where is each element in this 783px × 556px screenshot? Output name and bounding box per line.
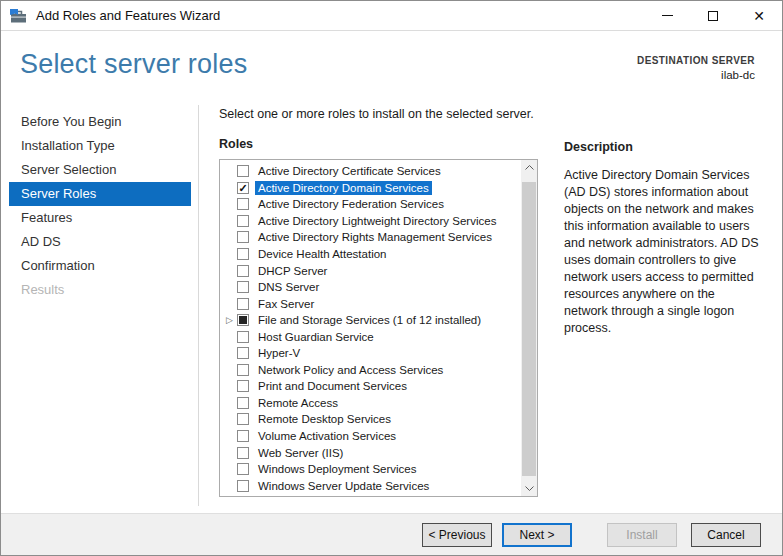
role-checkbox[interactable] bbox=[237, 215, 249, 227]
role-row[interactable]: Hyper-V bbox=[222, 345, 520, 362]
role-row[interactable]: DNS Server bbox=[222, 279, 520, 296]
role-checkbox[interactable] bbox=[237, 463, 249, 475]
destination-server-block: DESTINATION SERVER ilab-dc bbox=[637, 55, 755, 81]
role-checkbox[interactable] bbox=[237, 198, 249, 210]
role-label: DNS Server bbox=[255, 280, 322, 294]
install-button: Install bbox=[607, 523, 677, 547]
role-row[interactable]: Print and Document Services bbox=[222, 378, 520, 395]
role-row[interactable]: ✓ Active Directory Domain Services bbox=[222, 180, 520, 197]
role-label: Windows Deployment Services bbox=[255, 462, 420, 476]
role-label: Network Policy and Access Services bbox=[255, 363, 446, 377]
role-row[interactable]: DHCP Server bbox=[222, 262, 520, 279]
previous-button[interactable]: < Previous bbox=[422, 523, 492, 547]
role-checkbox[interactable] bbox=[237, 331, 249, 343]
role-row[interactable]: Active Directory Federation Services bbox=[222, 196, 520, 213]
role-label: Hyper-V bbox=[255, 346, 303, 360]
maximize-icon bbox=[708, 11, 718, 21]
role-label: Active Directory Lightweight Directory S… bbox=[255, 214, 499, 228]
role-row[interactable]: Remote Access bbox=[222, 395, 520, 412]
expand-icon[interactable]: ▷ bbox=[222, 315, 237, 325]
role-row[interactable]: Active Directory Rights Management Servi… bbox=[222, 229, 520, 246]
sidebar-item-ad-ds[interactable]: AD DS bbox=[1, 230, 198, 254]
description-panel: Description Active Directory Domain Serv… bbox=[564, 140, 761, 337]
maximize-button[interactable] bbox=[690, 1, 736, 30]
role-label: Remote Access bbox=[255, 396, 341, 410]
role-label: Volume Activation Services bbox=[255, 429, 399, 443]
role-checkbox[interactable] bbox=[237, 380, 249, 392]
role-checkbox[interactable] bbox=[237, 447, 249, 459]
roles-listbox: Active Directory Certificate Services ✓ … bbox=[219, 159, 538, 497]
role-label: Active Directory Rights Management Servi… bbox=[255, 230, 495, 244]
scroll-up-icon[interactable] bbox=[521, 160, 537, 175]
role-row[interactable]: Volume Activation Services bbox=[222, 428, 520, 445]
role-checkbox[interactable] bbox=[237, 430, 249, 442]
sidebar-item-installation-type[interactable]: Installation Type bbox=[1, 134, 198, 158]
role-row[interactable]: Network Policy and Access Services bbox=[222, 362, 520, 379]
description-title: Description bbox=[564, 140, 761, 154]
role-label: DHCP Server bbox=[255, 264, 330, 278]
role-label: Web Server (IIS) bbox=[255, 446, 346, 460]
sidebar-item-confirmation[interactable]: Confirmation bbox=[1, 254, 198, 278]
role-label: Device Health Attestation bbox=[255, 247, 390, 261]
role-checkbox[interactable] bbox=[237, 298, 249, 310]
role-row[interactable]: Windows Server Update Services bbox=[222, 477, 520, 494]
role-checkbox[interactable] bbox=[237, 480, 249, 492]
page-title: Select server roles bbox=[20, 49, 247, 80]
sidebar-item-features[interactable]: Features bbox=[1, 206, 198, 230]
close-button[interactable]: ✕ bbox=[736, 1, 782, 30]
role-label: Windows Server Update Services bbox=[255, 479, 432, 493]
role-checkbox[interactable] bbox=[237, 281, 249, 293]
close-icon: ✕ bbox=[753, 9, 765, 23]
role-checkbox[interactable]: ✓ bbox=[237, 182, 249, 194]
footer-button-bar: < PreviousNext >InstallCancel bbox=[1, 513, 782, 555]
role-checkbox[interactable] bbox=[237, 413, 249, 425]
role-checkbox[interactable] bbox=[237, 231, 249, 243]
main-content: Select one or more roles to install on t… bbox=[219, 107, 539, 497]
role-row[interactable]: Host Guardian Service bbox=[222, 328, 520, 345]
destination-server-value: ilab-dc bbox=[637, 69, 755, 81]
cancel-button[interactable]: Cancel bbox=[691, 523, 761, 547]
instruction-text: Select one or more roles to install on t… bbox=[219, 107, 539, 122]
scrollbar-thumb[interactable] bbox=[522, 182, 536, 476]
role-row[interactable]: Active Directory Lightweight Directory S… bbox=[222, 213, 520, 230]
sidebar-item-server-roles[interactable]: Server Roles bbox=[9, 182, 191, 206]
window-title: Add Roles and Features Wizard bbox=[36, 8, 220, 23]
role-row[interactable]: Web Server (IIS) bbox=[222, 444, 520, 461]
role-label: Active Directory Federation Services bbox=[255, 197, 447, 211]
role-label: Fax Server bbox=[255, 297, 317, 311]
sidebar-item-server-selection[interactable]: Server Selection bbox=[1, 158, 198, 182]
window-controls: ✕ bbox=[644, 1, 782, 30]
role-checkbox[interactable] bbox=[237, 397, 249, 409]
role-checkbox[interactable] bbox=[237, 314, 249, 326]
roles-list-label: Roles bbox=[219, 137, 539, 151]
nav-separator bbox=[198, 105, 199, 506]
role-label: Remote Desktop Services bbox=[255, 412, 394, 426]
role-label: Print and Document Services bbox=[255, 379, 410, 393]
sidebar-item-results: Results bbox=[1, 278, 198, 302]
role-row[interactable]: ▷ File and Storage Services (1 of 12 ins… bbox=[222, 312, 520, 329]
role-label: Active Directory Certificate Services bbox=[255, 164, 444, 178]
role-checkbox[interactable] bbox=[237, 248, 249, 260]
minimize-button[interactable] bbox=[644, 1, 690, 30]
role-row[interactable]: Remote Desktop Services bbox=[222, 411, 520, 428]
role-row[interactable]: Active Directory Certificate Services bbox=[222, 163, 520, 180]
role-checkbox[interactable] bbox=[237, 364, 249, 376]
role-checkbox[interactable] bbox=[237, 165, 249, 177]
wizard-nav: Before You BeginInstallation TypeServer … bbox=[1, 110, 198, 302]
wizard-window: { "window": { "title": "Add Roles and Fe… bbox=[0, 0, 783, 556]
destination-server-label: DESTINATION SERVER bbox=[637, 55, 755, 66]
role-checkbox[interactable] bbox=[237, 347, 249, 359]
role-label: Host Guardian Service bbox=[255, 330, 377, 344]
next-button[interactable]: Next > bbox=[502, 523, 572, 547]
role-checkbox[interactable] bbox=[237, 265, 249, 277]
sidebar-item-before-you-begin[interactable]: Before You Begin bbox=[1, 110, 198, 134]
role-row[interactable]: Windows Deployment Services bbox=[222, 461, 520, 478]
scroll-down-icon[interactable] bbox=[521, 481, 537, 496]
role-label: File and Storage Services (1 of 12 insta… bbox=[255, 313, 484, 327]
role-row[interactable]: Device Health Attestation bbox=[222, 246, 520, 263]
roles-scrollbar[interactable] bbox=[521, 160, 537, 496]
server-manager-icon bbox=[10, 8, 27, 24]
role-row[interactable]: Fax Server bbox=[222, 295, 520, 312]
title-bar: Add Roles and Features Wizard ✕ bbox=[1, 1, 782, 31]
role-label: Active Directory Domain Services bbox=[255, 181, 432, 195]
